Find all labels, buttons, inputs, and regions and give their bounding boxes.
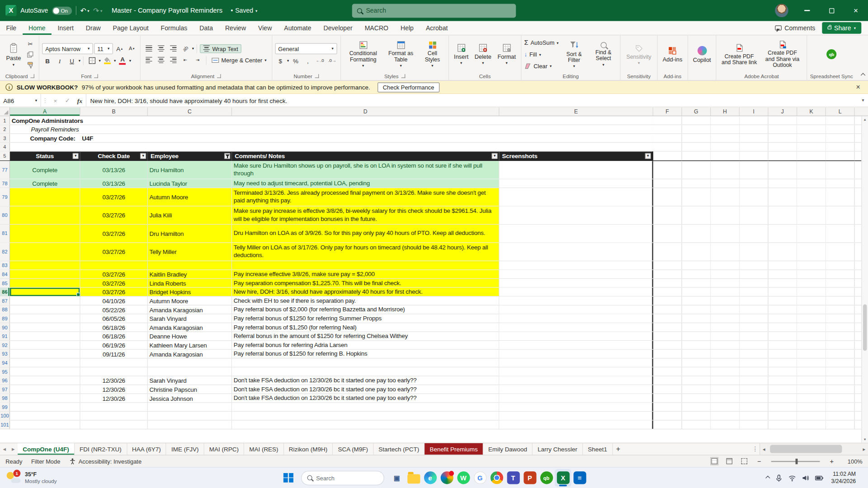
scroll-down-icon[interactable]: ▼	[863, 436, 867, 443]
start-button[interactable]	[280, 469, 297, 487]
cell-D100[interactable]	[232, 412, 499, 420]
vertical-scroll-thumb[interactable]	[863, 305, 867, 351]
whatsapp[interactable]: W	[455, 469, 472, 487]
filter-button-status[interactable]: ▾	[72, 153, 78, 159]
cancel-entry-icon[interactable]: ×	[49, 94, 61, 107]
ribbon-tab-developer[interactable]: Developer	[317, 21, 359, 35]
cell-C83[interactable]	[148, 261, 232, 269]
filter-button-check-date[interactable]: ▾	[140, 153, 146, 159]
cell-D95[interactable]	[232, 367, 499, 375]
cell-D89[interactable]: Pay referral bonus of $1250 for referrin…	[232, 314, 499, 323]
quickbooks-app[interactable]: qb	[538, 469, 555, 487]
cell-D78[interactable]: May need to adjust timecard, potential L…	[232, 179, 499, 188]
cell-E89[interactable]	[499, 314, 653, 323]
percent-style-button[interactable]: %	[290, 56, 301, 66]
cell-C84[interactable]: Kaitlin Bradley	[148, 270, 232, 278]
conditional-formatting-button[interactable]: Conditional Formatting ▾	[344, 40, 382, 69]
cell-A80[interactable]	[10, 206, 80, 224]
cell-A91[interactable]	[10, 332, 80, 340]
cell-B90[interactable]: 06/18/26	[80, 323, 148, 331]
borders-button[interactable]	[86, 56, 97, 66]
cell-D82[interactable]: Telly Miller on LOA as of 3/17/26. Only …	[232, 243, 499, 261]
cell-C3[interactable]	[148, 134, 232, 142]
row-header-5[interactable]: 5	[0, 152, 10, 161]
sheet-nav-left-icon[interactable]: ◀	[0, 443, 9, 455]
cell-C77[interactable]: Dru Hamilton	[148, 161, 232, 178]
cell-E97[interactable]	[499, 385, 653, 393]
cell-A101[interactable]	[10, 421, 80, 429]
cell-E86[interactable]	[499, 288, 653, 296]
cell-C91[interactable]: Deanne Howe	[148, 332, 232, 340]
row-header-101[interactable]: 101	[0, 421, 10, 429]
align-top-button[interactable]	[143, 43, 154, 53]
cell-A83[interactable]	[10, 261, 80, 269]
cell-A81[interactable]	[10, 225, 80, 242]
row-header-87[interactable]: 87	[0, 296, 10, 305]
cell-A82[interactable]	[10, 243, 80, 261]
create-pdf-share-link-button[interactable]: Create PDF and Share link	[719, 42, 759, 66]
cell-D88[interactable]: Pay referral bonus of $2,000 (for referr…	[232, 305, 499, 314]
row-header-100[interactable]: 100	[0, 412, 10, 420]
cell-A4[interactable]	[10, 143, 653, 151]
font-dialog-launcher[interactable]	[94, 74, 99, 78]
zoom-in-button[interactable]: +	[829, 457, 835, 465]
column-header-I[interactable]: I	[740, 108, 769, 116]
cell-A78[interactable]: Complete	[10, 179, 80, 188]
row-header-97[interactable]: 97	[0, 385, 10, 393]
insert-cells-button[interactable]: Insert ▾	[452, 42, 471, 66]
row-header-84[interactable]: 84	[0, 270, 10, 278]
filter-button-employee[interactable]	[224, 153, 230, 159]
new-sheet-button[interactable]: +	[613, 443, 623, 455]
cell-D77[interactable]: Make sure Dru Hamilton shows up on payro…	[232, 161, 499, 178]
accounting-format-button[interactable]: $	[275, 56, 286, 66]
sheet-tab-fdi-nr2-txu[interactable]: FDI (NR2-TXU)	[75, 443, 127, 455]
styles-dialog-launcher[interactable]	[401, 74, 406, 78]
create-pdf-outlook-button[interactable]: Create PDF and Share via Outlook	[761, 39, 804, 69]
cell-C95[interactable]	[148, 367, 232, 375]
wrap-text-button[interactable]: Wrap Text	[200, 44, 242, 53]
cell-A79[interactable]	[10, 188, 80, 206]
cell-B100[interactable]	[80, 412, 148, 420]
row-header-77[interactable]: 77	[0, 161, 10, 178]
cell-A85[interactable]	[10, 279, 80, 287]
clear-button[interactable]: Clear▾	[524, 61, 558, 71]
column-header-D[interactable]: D	[232, 108, 499, 116]
accounting-dropdown-icon[interactable]: ▾	[287, 59, 289, 63]
formula-bar-drag-handle[interactable]: ⋮	[41, 94, 49, 107]
spreadsheet-sync-button[interactable]: qb	[824, 48, 839, 61]
save-status-chevron-icon[interactable]: ▾	[255, 9, 257, 13]
cell-C79[interactable]: Autumn Moore	[148, 188, 232, 206]
cell-C81[interactable]: Dru Hamilton	[148, 225, 232, 242]
cell-C80[interactable]: Julia Kiili	[148, 206, 232, 224]
calculator-app[interactable]: =	[571, 469, 588, 487]
cell-D94[interactable]	[232, 358, 499, 366]
teams-app[interactable]: T	[505, 469, 522, 487]
file-explorer[interactable]	[405, 469, 422, 487]
cell-C90[interactable]: Amanda Karagosian	[148, 323, 232, 331]
redo-button[interactable]: ↷▾	[93, 6, 102, 14]
align-middle-button[interactable]	[156, 43, 166, 53]
taskbar-clock[interactable]: 11:02 AM 3/24/2026	[831, 471, 856, 485]
user-avatar[interactable]	[775, 4, 788, 17]
cell-E91[interactable]	[499, 332, 653, 340]
save-status[interactable]: •Saved▾	[231, 7, 257, 14]
sheet-tab-sheet1[interactable]: Sheet1	[583, 443, 613, 455]
cell-C78[interactable]: Lucinda Taylor	[148, 179, 232, 188]
cut-button[interactable]: ✂	[25, 39, 36, 49]
share-button[interactable]: Share▾	[822, 22, 861, 34]
copy-button[interactable]	[25, 49, 36, 59]
find-select-dropdown-icon[interactable]: ▾	[603, 62, 604, 66]
hidden-icons-chevron[interactable]	[765, 475, 770, 480]
cell-D80[interactable]: Make sure pay increase is effective 3/8/…	[232, 206, 499, 224]
row-header-86[interactable]: 86	[0, 288, 10, 296]
column-header-C[interactable]: C	[148, 108, 232, 116]
cell-A1[interactable]: CompOne Administrators	[10, 116, 653, 124]
align-right-button[interactable]	[168, 55, 179, 65]
task-view-button[interactable]: ▣	[389, 469, 406, 487]
powerpoint-app[interactable]: P	[521, 469, 538, 487]
cell-E3[interactable]	[499, 134, 653, 142]
find-select-button[interactable]: Find & Select ▾	[590, 41, 617, 68]
accessibility-status[interactable]: Accessibility: Investigate	[69, 458, 142, 465]
cell-D93[interactable]: Pay referral bonus of $1250 for referrin…	[232, 350, 499, 358]
sheet-tab-compone-u4f[interactable]: CompOne (U4F)	[18, 443, 75, 455]
